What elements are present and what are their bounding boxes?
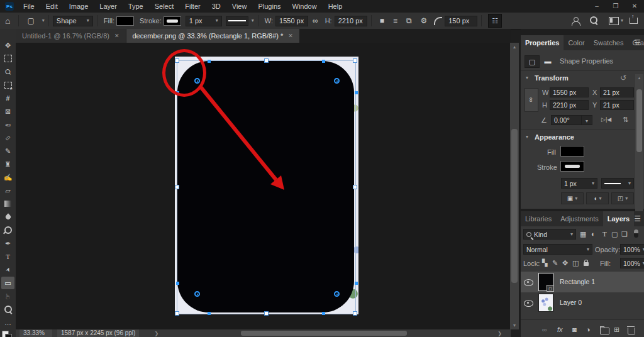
live-shape-properties-toggle[interactable]: ☷ — [488, 14, 502, 28]
tool-preset-dropdown[interactable]: ▢ ▾ — [23, 16, 44, 25]
handle-middle-left[interactable] — [175, 185, 179, 189]
close-tab-icon[interactable]: ✕ — [288, 33, 293, 39]
restore-button[interactable]: ❐ — [606, 0, 625, 13]
handle-bottom-right[interactable] — [353, 311, 357, 316]
corner-point[interactable] — [322, 312, 325, 315]
scroll-up-icon[interactable]: ▴ — [635, 75, 643, 80]
scroll-down-icon[interactable]: ▾ — [510, 323, 519, 328]
corner-point[interactable] — [355, 91, 358, 94]
reset-transform-icon[interactable]: ↺ — [620, 74, 626, 82]
minimize-button[interactable]: – — [587, 0, 606, 13]
rectangle-tool[interactable]: ▭ — [1, 277, 14, 289]
tab-properties[interactable]: Properties — [521, 35, 564, 50]
mask-props-mode-icon[interactable]: ▬ — [541, 55, 555, 67]
menu-edit[interactable]: Edit — [40, 0, 64, 13]
corner-point[interactable] — [322, 60, 325, 63]
stroke-cap-select[interactable]: ◖ ▾ — [586, 192, 609, 204]
delete-layer-icon[interactable] — [628, 328, 635, 334]
rotation-angle-field[interactable]: 0.00° — [551, 115, 582, 125]
handle-middle-right[interactable] — [353, 185, 357, 189]
lock-position-icon[interactable]: ✥ — [562, 259, 568, 267]
tab-swatches[interactable]: Swatches — [589, 35, 628, 50]
flip-horizontal-icon[interactable]: ▷|◀ — [601, 116, 611, 123]
transform-y-field[interactable]: 21 px — [600, 100, 634, 110]
menu-image[interactable]: Image — [64, 0, 94, 13]
document-tab-december[interactable]: december.png @ 33.3% (Rectangle 1, RGB/8… — [126, 29, 299, 43]
shape-width-field[interactable]: 1550 px — [275, 16, 308, 26]
horizontal-scrollbar-thumb[interactable] — [241, 331, 407, 336]
object-selection-tool[interactable] — [1, 79, 14, 91]
gradient-tool[interactable] — [1, 197, 14, 210]
path-alignment-icon[interactable]: ≡ — [393, 16, 397, 25]
shape-height-field[interactable]: 2210 px — [335, 16, 367, 26]
opacity-select[interactable]: 100% ▾ — [620, 244, 644, 255]
shape-props-mode-icon[interactable]: ▢ — [525, 55, 540, 68]
tab-libraries[interactable]: Libraries — [521, 211, 556, 226]
lasso-tool[interactable]: Ϙ — [1, 65, 14, 78]
filter-smart-objects-icon[interactable]: ❏ — [621, 230, 628, 238]
lock-transparent-icon[interactable]: ▚ — [542, 259, 547, 267]
fill-color-swatch[interactable] — [561, 146, 584, 156]
menu-type[interactable]: Type — [123, 0, 149, 13]
handle-bottom-center[interactable] — [264, 311, 269, 316]
transform-x-field[interactable]: 21 px — [600, 87, 634, 97]
stroke-corner-select[interactable]: ◰ ▾ — [611, 192, 634, 204]
properties-scrollbar[interactable]: ▴ ▾ — [635, 74, 643, 230]
status-popup-icon[interactable]: ❯ — [154, 331, 158, 336]
menu-plugins[interactable]: Plugins — [252, 0, 286, 13]
lock-paint-icon[interactable]: ✎ — [552, 259, 558, 267]
radius-widget-top-right[interactable] — [334, 78, 340, 84]
link-dimensions-icon[interactable]: ∞ — [313, 16, 318, 25]
layer-row-rectangle1[interactable]: ▢ Rectangle 1 — [521, 272, 644, 292]
collapse-appearance-icon[interactable]: ▾ — [526, 135, 528, 140]
stroke-align-select[interactable]: ▣ ▾ — [561, 192, 584, 204]
visibility-eye-icon[interactable] — [524, 279, 533, 286]
path-arrangement-icon[interactable]: ⧉ — [406, 16, 412, 25]
menu-view[interactable]: View — [226, 0, 253, 13]
stroke-style-select[interactable]: ▾ — [226, 16, 254, 26]
filter-adjustment-layers-icon[interactable]: ◐ — [591, 230, 596, 238]
document-tab-untitled[interactable]: Untitled-1 @ 16.7% (RGB/8) ✕ — [16, 29, 126, 43]
transform-w-field[interactable]: 1550 px — [550, 87, 589, 97]
frame-tool[interactable]: ⊠ — [1, 105, 14, 118]
foreground-background-swatches[interactable] — [2, 331, 12, 337]
link-wh-icon[interactable]: ∞ — [525, 88, 538, 112]
blur-tool[interactable] — [1, 211, 14, 223]
layer-thumbnail[interactable] — [538, 294, 553, 312]
new-layer-icon[interactable]: ⊞ — [614, 326, 619, 334]
blend-mode-select[interactable]: Normal ▾ — [523, 244, 592, 255]
stroke-color-swatch[interactable] — [561, 162, 584, 171]
radius-widget-bottom-left[interactable] — [194, 291, 200, 297]
history-brush-tool[interactable]: ✍ — [1, 171, 14, 184]
share-for-review-icon[interactable] — [572, 17, 580, 25]
angle-dropdown[interactable]: ▾ — [581, 115, 592, 125]
stroke-width-select[interactable]: 1 px ▾ — [561, 178, 597, 189]
menu-window[interactable]: Window — [287, 0, 323, 13]
flip-vertical-icon[interactable]: ⇅ — [623, 116, 628, 124]
tab-layers[interactable]: Layers — [603, 211, 634, 226]
tab-adjustments[interactable]: Adjustments — [556, 211, 603, 226]
stroke-style-select[interactable]: ▾ — [601, 178, 634, 189]
link-layers-icon[interactable]: ∞ — [542, 326, 547, 333]
layer-name[interactable]: Rectangle 1 — [560, 272, 595, 292]
vertical-scrollbar-thumb[interactable] — [511, 129, 518, 283]
vertical-scrollbar[interactable]: ▴ ▾ — [510, 43, 519, 329]
menu-file[interactable]: File — [18, 0, 40, 13]
share-export-icon[interactable] — [630, 18, 638, 24]
workspace-switcher-icon[interactable] — [609, 17, 619, 25]
stroke-width-select[interactable]: 1 px ▾ — [186, 16, 222, 26]
filter-toggle-pill[interactable] — [634, 229, 638, 238]
tool-mode-select[interactable]: Shape ▾ — [53, 16, 93, 26]
visibility-eye-icon[interactable] — [524, 300, 533, 307]
scroll-up-icon[interactable]: ▴ — [510, 44, 519, 50]
menu-3d[interactable]: 3D — [206, 0, 226, 13]
hand-tool[interactable]: ☞ — [1, 290, 14, 302]
marquee-tool[interactable] — [1, 52, 14, 65]
scroll-right-icon[interactable]: ❯ — [497, 331, 502, 336]
layer-thumbnail[interactable]: ▢ — [538, 273, 553, 291]
add-mask-icon[interactable]: ◙ — [572, 326, 577, 333]
transform-h-field[interactable]: 2210 px — [550, 100, 589, 110]
collapse-transform-icon[interactable]: ▾ — [526, 75, 528, 80]
layer-filter-kind-select[interactable]: Kind ▾ — [523, 229, 576, 240]
background-color[interactable] — [5, 334, 12, 337]
